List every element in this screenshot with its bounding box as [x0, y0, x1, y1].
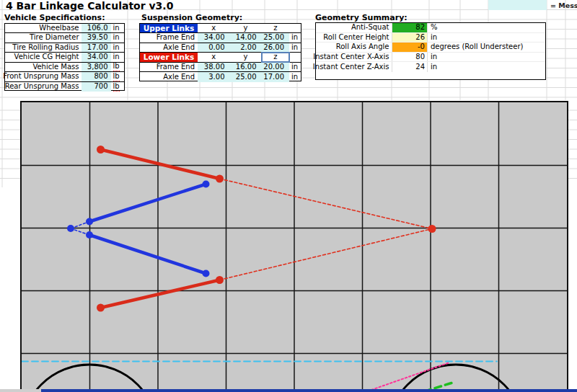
value-cell[interactable]: 34.00: [198, 33, 230, 43]
unit-cell: in: [111, 33, 124, 43]
page-title: 4 Bar Linkage Calculator v3.0: [6, 0, 173, 12]
unit-cell: in: [289, 43, 301, 53]
table-row: Tire Rolling Radius17.00in: [5, 43, 124, 53]
row-label: Front Unsprung Mass: [5, 72, 82, 81]
geometry-summary-header: Geometry Summary:: [315, 13, 408, 22]
axis-column-header[interactable]: y: [230, 24, 262, 33]
table-row: Anti-Squat82%: [316, 23, 545, 33]
unit-label: lb: [113, 82, 120, 92]
lower-blue-axle-end-dot: [203, 270, 210, 277]
table-row: Vehicle Mass3,800lb: [5, 63, 124, 73]
vehicle-specs-table: Wheelbase106.0inTire Diameter39.50inTire…: [4, 23, 125, 92]
row-label: Roll Center Height: [316, 33, 392, 43]
unit-label: lb: [113, 62, 120, 71]
table-row: Instant Center Z-Axis24in: [316, 62, 545, 72]
row-label: Axle End: [140, 43, 198, 53]
table-row: Front Unsprung Mass800lb: [5, 72, 124, 82]
unit-label: in: [113, 33, 120, 42]
linkage-chart[interactable]: [20, 101, 568, 391]
unit-cell: in: [289, 33, 301, 43]
rear-tire-circle: [388, 365, 524, 391]
upper-red-frame-end-dot: [97, 146, 105, 153]
unit-cell: lb: [111, 63, 124, 72]
table-row: Instant Center X-Axis80in: [316, 53, 545, 63]
vehicle-specs-header: Vehicle Specifications:: [4, 13, 105, 22]
link-group-label: Upper Links: [140, 24, 198, 33]
value-cell[interactable]: 26.00: [262, 43, 290, 53]
summary-value-cell[interactable]: 80: [392, 53, 428, 62]
table-row: Vehicle CG Height34.00in: [5, 53, 124, 63]
table-row: Rear Unsprung Mass700lb: [5, 82, 124, 92]
geometry-summary-table: Anti-Squat82%Roll Center Height26inRoll …: [315, 22, 546, 80]
blue-instant-center-dot: [67, 225, 74, 232]
unit-cell: %: [428, 23, 545, 32]
empty-cell: [289, 24, 301, 33]
empty-cell: [289, 53, 301, 62]
suspension-geometry-table: Upper LinksxyzFrame End34.0014.0025.00in…: [139, 23, 301, 81]
unit-cell: in: [289, 63, 301, 72]
unit-cell: lb: [111, 82, 124, 92]
unit-cell: in: [289, 72, 301, 82]
table-row: Tire Diameter39.50in: [5, 33, 124, 43]
table-row: Frame End34.0014.0025.00in: [140, 33, 301, 43]
value-cell[interactable]: 25.00: [230, 72, 262, 82]
link-group-label: Lower Links: [140, 53, 198, 62]
value-cell[interactable]: 3.00: [198, 72, 230, 82]
selected-cell[interactable]: z: [262, 53, 290, 62]
value-cell[interactable]: 34.00: [82, 53, 111, 62]
summary-value-cell[interactable]: 26: [392, 33, 428, 43]
row-label: Wheelbase: [5, 24, 82, 33]
value-cell[interactable]: 17.00: [82, 43, 111, 53]
value-cell[interactable]: 25.00: [262, 33, 290, 43]
highlight-cell[interactable]: [488, 0, 547, 10]
bottom-gray-strip: [0, 389, 41, 392]
upper-red-axle-end-dot: [216, 174, 224, 182]
upper-blue-axle-end-dot: [203, 180, 210, 187]
red-instant-center-dot: [428, 225, 436, 233]
table-row: Axle End3.0025.0017.00in: [140, 72, 301, 82]
value-cell[interactable]: 14.00: [230, 33, 262, 43]
group-header-row: Lower Linksxyz: [140, 53, 301, 63]
bottom-blue-strip: [41, 389, 577, 392]
axis-column-header[interactable]: z: [262, 24, 290, 33]
value-cell[interactable]: 20.00: [262, 63, 290, 72]
axis-column-header[interactable]: x: [198, 24, 230, 33]
value-cell[interactable]: 38.00: [198, 63, 230, 72]
value-cell[interactable]: 2.00: [230, 43, 262, 53]
summary-value-cell[interactable]: 24: [392, 62, 428, 72]
upper-blue-link: [89, 184, 206, 221]
value-cell[interactable]: 3,800: [82, 63, 111, 72]
lower-red-frame-end-dot: [97, 303, 105, 311]
value-cell[interactable]: 700: [82, 82, 111, 92]
value-cell[interactable]: 800: [82, 72, 111, 81]
value-cell[interactable]: 39.50: [82, 33, 111, 43]
lower-red-ic-dashed: [220, 228, 433, 280]
unit-cell: in: [428, 53, 545, 62]
axis-column-header[interactable]: y: [230, 53, 262, 62]
unit-cell: in: [111, 24, 124, 33]
table-row: Axle End0.002.0026.00in: [140, 43, 301, 53]
unit-cell: lb: [111, 72, 124, 81]
table-row: Roll Axis Angle-0degrees (Roll Understee…: [316, 43, 545, 53]
value-cell[interactable]: 106.0: [82, 24, 111, 33]
upper-red-link: [101, 149, 220, 179]
axis-column-header[interactable]: x: [198, 53, 230, 62]
value-cell[interactable]: 17.00: [262, 72, 290, 82]
value-cell[interactable]: 16.00: [230, 63, 262, 72]
unit-cell: in: [428, 33, 545, 43]
row-label: Vehicle CG Height: [5, 53, 82, 62]
value-cell[interactable]: 0.00: [198, 43, 230, 53]
row-label: Frame End: [140, 33, 198, 43]
summary-value-cell[interactable]: 82: [392, 23, 428, 32]
row-label: Instant Center Z-Axis: [316, 62, 392, 72]
summary-value-cell[interactable]: -0: [392, 43, 428, 52]
row-label: Vehicle Mass: [5, 63, 82, 72]
suspension-geometry-header: Suspension Geometry:: [141, 13, 242, 22]
lower-blue-link: [89, 235, 206, 274]
table-row: Roll Center Height26in: [316, 33, 545, 43]
unit-label: in: [113, 24, 120, 32]
table-row: Wheelbase106.0in: [5, 24, 124, 34]
row-label: Instant Center X-Axis: [316, 53, 392, 62]
lower-blue-frame-end-dot: [86, 231, 93, 239]
unit-cell: degrees (Roll Understeer): [428, 43, 545, 52]
